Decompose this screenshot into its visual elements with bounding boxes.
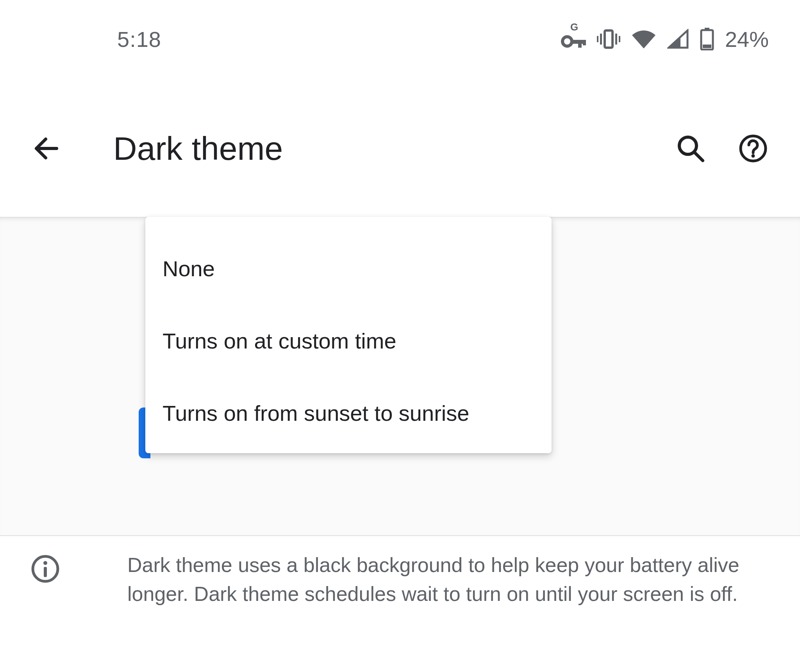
svg-rect-6 <box>597 36 598 42</box>
menu-item-custom-time[interactable]: Turns on at custom time <box>145 305 552 377</box>
info-text: Dark theme uses a black background to he… <box>127 551 760 609</box>
menu-item-none[interactable]: None <box>145 232 552 305</box>
help-icon <box>738 133 768 164</box>
page-title: Dark theme <box>113 130 667 168</box>
status-time: 5:18 <box>117 27 161 52</box>
battery-percentage: 24% <box>725 27 769 52</box>
svg-rect-11 <box>703 45 711 48</box>
search-button[interactable] <box>667 133 714 164</box>
svg-rect-8 <box>619 36 620 42</box>
status-bar: 5:18 G <box>0 0 800 78</box>
svg-rect-4 <box>605 30 612 48</box>
back-icon <box>32 133 62 164</box>
menu-item-sunset-sunrise[interactable]: Turns on from sunset to sunrise <box>145 377 552 449</box>
status-icons: G <box>561 27 769 52</box>
cell-signal-icon <box>667 29 689 49</box>
svg-point-17 <box>43 561 47 565</box>
divider <box>0 535 800 536</box>
svg-rect-2 <box>578 40 582 48</box>
screen: 5:18 G <box>0 0 800 672</box>
wifi-icon <box>631 29 656 49</box>
info-icon <box>30 553 61 609</box>
svg-rect-5 <box>600 34 602 45</box>
svg-point-15 <box>752 154 755 158</box>
help-button[interactable] <box>730 133 777 164</box>
network-badge: G <box>570 21 578 33</box>
schedule-menu: None Turns on at custom time Turns on fr… <box>145 217 552 453</box>
svg-line-13 <box>695 152 703 161</box>
vibrate-icon <box>597 29 620 49</box>
vpn-key-icon: G <box>561 30 586 48</box>
svg-rect-3 <box>583 40 586 45</box>
svg-rect-7 <box>615 34 617 45</box>
back-button[interactable] <box>23 133 70 164</box>
svg-rect-18 <box>44 567 47 577</box>
info-row: Dark theme uses a black background to he… <box>0 551 800 609</box>
app-bar: Dark theme <box>0 109 800 188</box>
search-icon <box>675 133 706 164</box>
battery-outline-icon <box>700 28 714 50</box>
